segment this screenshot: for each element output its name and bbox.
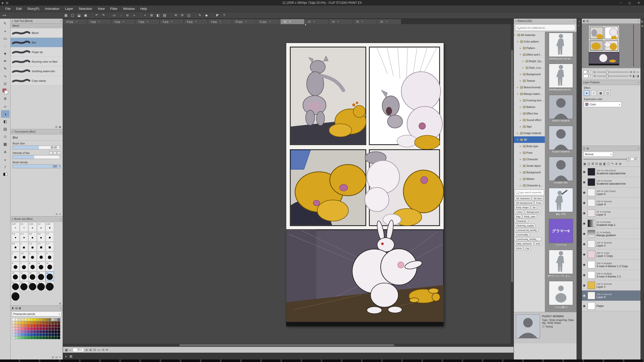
toolbar-icon[interactable]: ▭ [111, 13, 117, 18]
layer-thumbnail[interactable] [588, 189, 595, 196]
keyword-tag[interactable]: Dish [534, 242, 542, 246]
toolbar-icon[interactable]: ◆ [203, 13, 209, 18]
color-preset-dropdown[interactable]: Prismacolor pencils ▾ [12, 311, 61, 316]
fit-icon[interactable]: ⊡ [633, 70, 635, 74]
workspace-back-icon[interactable]: ◂ [3, 14, 4, 17]
document-tab[interactable]: 3.jpg ✕ [111, 19, 135, 24]
brush-size-cell[interactable]: 30 [46, 271, 54, 281]
color-swatch[interactable] [15, 321, 18, 324]
color-swatch[interactable] [45, 336, 48, 339]
toolbar-icon[interactable]: ↶ [94, 13, 100, 18]
toolbar-icon[interactable]: ⊘ [124, 13, 130, 18]
color-swatch[interactable] [30, 318, 33, 321]
color-swatch[interactable] [33, 330, 36, 333]
brush-size-cell[interactable]: 0.4 [20, 232, 28, 242]
flip-vertical-icon[interactable]: ◨ [636, 74, 639, 78]
blend-mode-dropdown[interactable]: Normal ▾ [583, 152, 613, 157]
color-swatch[interactable] [15, 336, 18, 339]
color-swatch[interactable] [36, 330, 39, 333]
tool-button[interactable]: ▭ [1, 35, 10, 42]
document-tab[interactable]: 9.jpg ✕ [208, 19, 232, 24]
layer-thumbnail[interactable] [588, 302, 595, 310]
subtool-item[interactable]: Running color on fiber [11, 57, 63, 66]
layer-thumbnail[interactable] [588, 281, 595, 289]
visibility-eye-icon[interactable]: ◉ [583, 304, 586, 308]
toolbar-icon[interactable]: ? [221, 13, 227, 18]
brush-size-cell[interactable]: 5 [46, 252, 54, 261]
toolbar-icon[interactable]: ↷ [100, 13, 106, 18]
expander-icon[interactable]: ▸ [520, 165, 522, 167]
zoom-in-icon[interactable]: ⊕ [630, 70, 632, 74]
color-swatch[interactable] [51, 321, 54, 324]
toolbar-icon[interactable]: ◑ [131, 13, 137, 18]
document-tab[interactable]: 15 ✕ [353, 19, 377, 24]
color-swatch[interactable] [27, 321, 30, 324]
visibility-eye-icon[interactable]: ◉ [583, 201, 586, 205]
zoom-out-icon[interactable]: ⊖ [85, 348, 88, 352]
new-layer-icon[interactable]: ▣ [583, 162, 586, 166]
rotate-left-icon[interactable]: ⟲ [102, 348, 104, 352]
keyword-tag[interactable]: Body_type [523, 215, 537, 218]
palette-dock-icon[interactable]: ▤ [641, 25, 643, 27]
layer-tab-icon[interactable]: ◫ [583, 147, 585, 150]
color-swatch[interactable] [33, 318, 36, 321]
expander-icon[interactable]: ▸ [520, 119, 522, 121]
color-swatch[interactable] [30, 327, 33, 330]
rotate-right-icon[interactable]: ⟳ [629, 74, 632, 78]
color-swatch[interactable] [45, 321, 48, 324]
toolbar-icon[interactable]: ⟲ [173, 13, 179, 18]
flip-horizontal-icon[interactable]: ◧ [633, 74, 635, 78]
remove-color-icon[interactable]: ⊟ [55, 356, 57, 359]
color-swatch[interactable] [42, 324, 45, 327]
toolbar-icon[interactable]: ▣ [83, 13, 89, 18]
brush-size-cell[interactable]: 17 [20, 271, 28, 281]
brush-size-cell[interactable]: 2.5 [20, 252, 28, 261]
color-swatch[interactable] [24, 330, 27, 333]
color-swatch[interactable] [15, 318, 18, 321]
visibility-eye-icon[interactable]: ◉ [583, 273, 586, 277]
layer-thumbnail[interactable] [588, 230, 595, 237]
all-sides-view-icon[interactable]: ▦ [69, 354, 72, 358]
brush-size-cell[interactable]: 10 [37, 262, 45, 271]
sub-color-swatch[interactable] [4, 90, 8, 94]
toolbar-icon[interactable] [193, 13, 196, 17]
layer-thumbnail[interactable] [588, 240, 595, 248]
document-tab[interactable]: 5.jpg ✕ [135, 19, 160, 24]
tool-button[interactable]: + [1, 27, 10, 35]
color-swatch[interactable] [42, 330, 45, 333]
color-swatch[interactable] [12, 321, 15, 324]
material-tree-item[interactable]: ▸ Balloon [514, 104, 545, 110]
spinner-icon[interactable]: ▾ [59, 156, 60, 158]
visibility-eye-icon[interactable]: ◉ [583, 232, 586, 235]
brush-size-cell[interactable]: 40 [11, 281, 20, 291]
expander-icon[interactable]: ▸ [520, 80, 522, 82]
keyword-tag[interactable]: 3D [531, 206, 537, 209]
navigator-preview[interactable] [582, 24, 640, 68]
toolbar-icon[interactable] [211, 13, 213, 17]
layer-row[interactable]: ◉ 100 % Multiply 3 rows 4 frames 1 2 Cop… [582, 260, 640, 270]
workspace-forward-icon[interactable]: ▸ [5, 14, 7, 17]
brush-size-cell[interactable]: 25 [37, 271, 45, 281]
zoom-slider[interactable] [597, 72, 629, 72]
keyword-tag[interactable]: Commodity [515, 233, 530, 236]
brush-size-cell[interactable]: 2 [11, 252, 20, 261]
color-swatch[interactable] [21, 333, 24, 336]
color-swatch[interactable] [33, 333, 36, 336]
material-tree-item[interactable]: ▸ Character p… [514, 182, 545, 189]
layer-row[interactable]: ◉ 20 % Overlay Gradient map 1 [582, 218, 640, 229]
color-swatch[interactable] [36, 333, 39, 336]
layer-row[interactable]: ◉ 100 % Normal Layer 6 [582, 291, 640, 301]
visibility-eye-icon[interactable]: ◉ [583, 242, 586, 246]
color-swatch[interactable] [51, 330, 54, 333]
clip-to-layer-icon[interactable]: ◧ [603, 162, 606, 166]
material-thumbnail[interactable]: PUDGY WOMAN [547, 126, 575, 157]
layer-row[interactable]: ◉ 100 % Normal Layer 2 [582, 239, 640, 249]
panel-menu-icon[interactable]: ≡ [638, 147, 639, 150]
layer-row[interactable]: ◉ Paper [582, 301, 640, 311]
merge-down-icon[interactable]: ⊟ [595, 162, 598, 166]
keyword-tag[interactable]: Cleaning_supply [515, 224, 535, 227]
document-tab[interactable]: 16 ✕ [377, 19, 401, 24]
layer-thumbnail[interactable] [588, 220, 595, 227]
spinner-icon[interactable]: ▾ [59, 146, 60, 148]
material-tree-item[interactable]: ▸ Sound effect [514, 117, 545, 123]
